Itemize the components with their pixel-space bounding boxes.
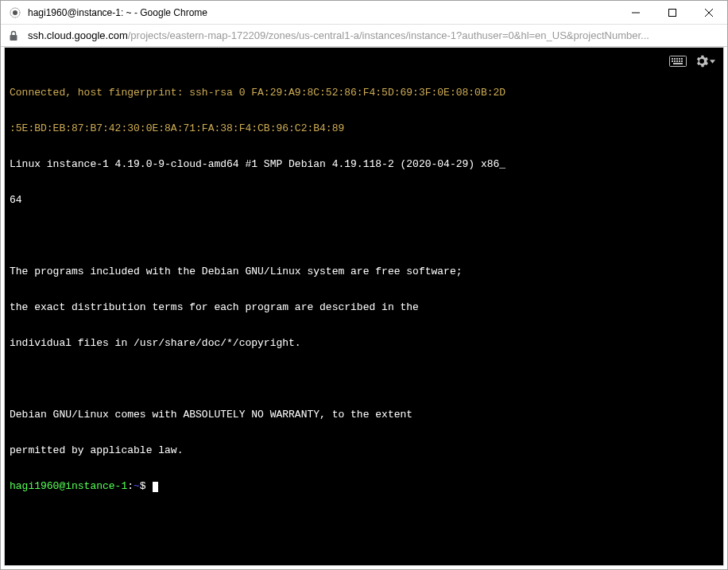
window-title-bar: hagi1960@instance-1: ~ - Google Chrome [1,1,727,25]
keyboard-icon[interactable] [668,54,688,68]
terminal-output [10,373,718,385]
close-button[interactable] [691,1,727,24]
window-title: hagi1960@instance-1: ~ - Google Chrome [28,7,618,18]
terminal-output: :5E:BD:EB:87:B7:42:30:0E:8A:71:FA:38:F4:… [10,122,344,134]
url-path: /projects/eastern-map-172209/zones/us-ce… [128,29,649,41]
svg-point-1 [13,10,17,15]
app-icon [9,6,21,19]
maximize-button[interactable] [654,1,691,24]
terminal-output: permitted by applicable law. [10,444,718,456]
window-controls [618,1,727,24]
svg-rect-10 [676,58,678,60]
svg-rect-17 [681,60,683,62]
url-text[interactable]: ssh.cloud.google.com/projects/eastern-ma… [28,29,719,41]
svg-rect-13 [672,60,673,62]
terminal[interactable]: Connected, host fingerprint: ssh-rsa 0 F… [4,47,724,566]
prompt-colon: : [127,480,134,492]
prompt-symbol: $ [140,480,153,492]
prompt-user-host: hagi1960@instance-1 [10,480,127,492]
terminal-prompt-line[interactable]: hagi1960@instance-1:~$ [10,480,718,492]
url-bar[interactable]: ssh.cloud.google.com/projects/eastern-ma… [1,25,727,47]
svg-rect-15 [676,60,678,62]
svg-rect-16 [679,60,680,62]
svg-rect-3 [669,9,676,16]
terminal-toolbar [668,52,717,70]
prompt-path: ~ [134,480,140,492]
terminal-output [10,230,718,242]
lock-icon [9,30,20,41]
cursor-icon [153,482,158,492]
minimize-button[interactable] [618,1,654,24]
svg-rect-9 [674,58,676,60]
svg-rect-14 [674,60,676,62]
terminal-output: the exact distribution terms for each pr… [10,301,718,313]
terminal-output: The programs included with the Debian GN… [10,266,718,277]
svg-rect-6 [10,35,17,41]
url-host: ssh.cloud.google.com [28,29,128,41]
svg-rect-18 [673,63,683,64]
terminal-output: individual files in /usr/share/doc/*/cop… [10,337,718,349]
terminal-output: Connected, host fingerprint: ssh-rsa 0 F… [10,87,505,99]
svg-rect-8 [672,58,673,60]
terminal-output: Debian GNU/Linux comes with ABSOLUTELY N… [10,409,718,421]
terminal-output: Linux instance-1 4.19.0-9-cloud-amd64 #1… [10,158,718,170]
svg-rect-11 [679,58,680,60]
terminal-output: 64 [10,194,718,206]
settings-gear-icon[interactable] [693,52,717,70]
svg-rect-12 [681,58,683,60]
